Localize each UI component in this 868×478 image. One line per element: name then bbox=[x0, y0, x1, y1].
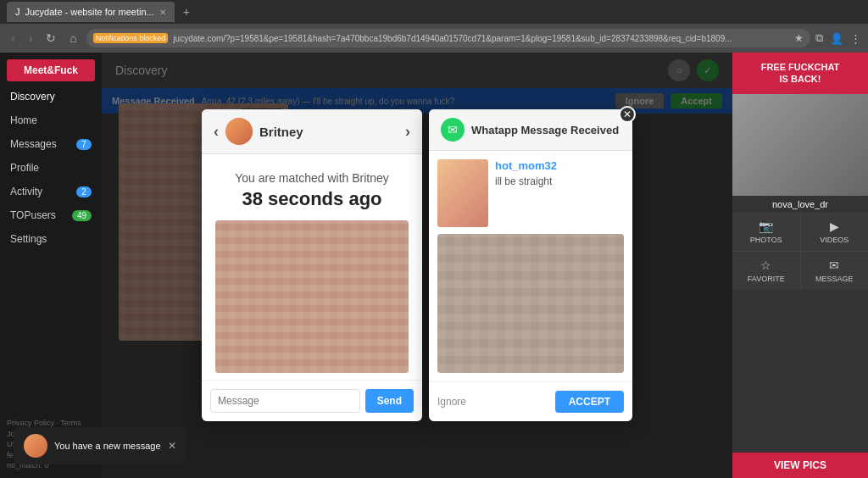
wa-sender-info: hot_mom32 ill be straight bbox=[495, 159, 624, 187]
message-label: MESSAGE bbox=[815, 275, 854, 283]
tab-bar: J Jucydate - website for meetin... ✕ + bbox=[0, 0, 868, 24]
bookmark-icon[interactable]: ★ bbox=[794, 32, 804, 44]
match-avatar bbox=[225, 118, 253, 145]
right-panel: FREE FUCKCHATIS BACK! nova_love_dr 📷 PHO… bbox=[732, 53, 868, 478]
videos-action-button[interactable]: ▶ VIDEOS bbox=[801, 213, 869, 251]
tab-title: Jucydate - website for meetin... bbox=[25, 7, 154, 17]
profile-icon[interactable]: 👤 bbox=[830, 32, 843, 45]
wa-body: hot_mom32 ill be straight bbox=[429, 151, 632, 381]
star-icon: ☆ bbox=[760, 258, 771, 272]
main-content: Discovery ○ ✓ Message Received Anna_42 (… bbox=[102, 53, 732, 478]
free-chat-text: FREE FUCKCHATIS BACK! bbox=[761, 62, 840, 84]
video-icon: ▶ bbox=[830, 220, 839, 233]
free-chat-banner: FREE FUCKCHATIS BACK! bbox=[732, 53, 868, 94]
modal-backdrop: ✕ ‹ Britney › You are matched with Britn… bbox=[102, 53, 732, 478]
messages-badge: 7 bbox=[76, 139, 92, 150]
topusers-badge: 49 bbox=[72, 210, 92, 221]
menu-icon[interactable]: ⋮ bbox=[850, 32, 861, 45]
videos-label: VIDEOS bbox=[820, 236, 849, 244]
toast-avatar bbox=[24, 434, 47, 458]
address-bar[interactable]: Notifications blocked jucydate.com/?p=19… bbox=[86, 29, 810, 47]
modals-wrapper: ✕ ‹ Britney › You are matched with Britn… bbox=[202, 109, 632, 421]
sidebar-label-activity: Activity bbox=[10, 186, 42, 197]
whatsapp-icon: ✉ bbox=[441, 118, 465, 142]
camera-icon: 📷 bbox=[759, 220, 773, 233]
sidebar-brand[interactable]: Meet&Fuck bbox=[7, 59, 95, 81]
view-pics-button[interactable]: VIEW PICS bbox=[732, 453, 868, 478]
browser-chrome: J Jucydate - website for meetin... ✕ + ‹… bbox=[0, 0, 868, 53]
toast-notification: You have a new message ✕ bbox=[14, 427, 186, 464]
wa-sender-row: hot_mom32 ill be straight bbox=[437, 159, 624, 227]
url-text: jucydate.com/?p=19581&pe=19581&hash=7a47… bbox=[173, 34, 732, 43]
sidebar-label-topusers: TOPusers bbox=[10, 209, 56, 221]
right-username: nova_love_dr bbox=[769, 196, 832, 213]
new-tab-button[interactable]: + bbox=[178, 5, 195, 19]
wa-footer: Ignore ACCEPT bbox=[429, 381, 632, 421]
toast-close-button[interactable]: ✕ bbox=[168, 440, 176, 452]
right-actions-grid: 📷 PHOTOS ▶ VIDEOS ☆ FAVORITE ✉ MESSAGE bbox=[732, 213, 868, 290]
refresh-button[interactable]: ↻ bbox=[42, 30, 60, 47]
sidebar-item-messages[interactable]: Messages 7 bbox=[0, 132, 102, 156]
sidebar-label-messages: Messages bbox=[10, 138, 57, 150]
favorite-action-button[interactable]: ☆ FAVORITE bbox=[732, 252, 800, 290]
modal-close-button[interactable]: ✕ bbox=[619, 106, 636, 123]
wa-title: Whatapp Message Received bbox=[471, 124, 619, 136]
notification-badge: Notifications blocked bbox=[93, 33, 169, 43]
right-profile-image bbox=[732, 94, 868, 196]
match-next-button[interactable]: › bbox=[405, 123, 410, 141]
send-button[interactable]: Send bbox=[365, 389, 414, 413]
home-button[interactable]: ⌂ bbox=[65, 30, 81, 47]
match-body: You are matched with Britney 38 seconds … bbox=[202, 154, 422, 380]
sidebar-label-home: Home bbox=[10, 114, 37, 126]
tab-close-icon[interactable]: ✕ bbox=[159, 8, 166, 17]
envelope-icon: ✉ bbox=[829, 258, 839, 272]
wa-message-preview: ill be straight bbox=[495, 175, 624, 187]
toast-message: You have a new message bbox=[54, 441, 161, 451]
page-wrapper: Meet&Fuck Discovery Home Messages 7 Prof… bbox=[0, 53, 868, 478]
forward-button[interactable]: › bbox=[25, 30, 37, 47]
extensions-icon[interactable]: ⧉ bbox=[815, 31, 823, 45]
photos-action-button[interactable]: 📷 PHOTOS bbox=[732, 213, 800, 251]
match-modal: ‹ Britney › You are matched with Britney… bbox=[202, 109, 422, 421]
sidebar-item-settings[interactable]: Settings bbox=[0, 227, 102, 251]
match-text: You are matched with Britney bbox=[215, 171, 409, 185]
sidebar-item-home[interactable]: Home bbox=[0, 108, 102, 132]
match-photo-area bbox=[215, 220, 409, 373]
wa-modal-header: ✉ Whatapp Message Received bbox=[429, 109, 632, 151]
wa-accept-button[interactable]: ACCEPT bbox=[555, 391, 624, 413]
match-modal-header: ‹ Britney › bbox=[202, 109, 422, 154]
wa-photo-area bbox=[437, 234, 624, 373]
activity-badge: 2 bbox=[76, 186, 92, 197]
match-footer: Send bbox=[202, 380, 422, 421]
sidebar-item-discovery[interactable]: Discovery bbox=[0, 85, 102, 108]
nav-bar: ‹ › ↻ ⌂ Notifications blocked jucydate.c… bbox=[0, 24, 868, 53]
sidebar-item-topusers[interactable]: TOPusers 49 bbox=[0, 203, 102, 227]
whatsapp-modal: ✉ Whatapp Message Received hot_mom32 ill… bbox=[429, 109, 632, 421]
message-input[interactable] bbox=[210, 389, 360, 413]
wa-ignore-button[interactable]: Ignore bbox=[437, 396, 466, 408]
match-prev-button[interactable]: ‹ bbox=[214, 123, 219, 141]
back-button[interactable]: ‹ bbox=[7, 30, 19, 47]
match-time: 38 seconds ago bbox=[215, 188, 409, 210]
match-username: Britney bbox=[259, 125, 398, 139]
sidebar-item-activity[interactable]: Activity 2 bbox=[0, 180, 102, 203]
sidebar-item-profile[interactable]: Profile bbox=[0, 156, 102, 180]
message-action-button[interactable]: ✉ MESSAGE bbox=[801, 252, 869, 290]
match-photo-blurred bbox=[215, 220, 409, 373]
sidebar-label-discovery: Discovery bbox=[10, 91, 55, 103]
wa-photo-blurred bbox=[437, 234, 624, 373]
sidebar-label-settings: Settings bbox=[10, 233, 47, 245]
wa-sender-photo bbox=[437, 159, 488, 227]
sidebar: Meet&Fuck Discovery Home Messages 7 Prof… bbox=[0, 53, 102, 478]
browser-toolbar: ⧉ 👤 ⋮ bbox=[815, 31, 861, 45]
active-tab[interactable]: J Jucydate - website for meetin... ✕ bbox=[7, 2, 175, 22]
sidebar-label-profile: Profile bbox=[10, 162, 39, 174]
tab-favicon: J bbox=[15, 7, 20, 17]
wa-sender-name: hot_mom32 bbox=[495, 159, 624, 172]
favorite-label: FAVORITE bbox=[748, 275, 785, 283]
photos-label: PHOTOS bbox=[750, 236, 782, 244]
